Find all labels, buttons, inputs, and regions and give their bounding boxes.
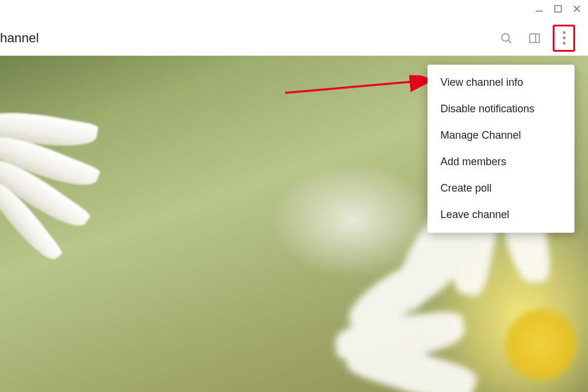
header-actions — [496, 25, 575, 52]
menu-item-leave-channel[interactable]: Leave channel — [427, 202, 574, 228]
menu-item-add-members[interactable]: Add members — [427, 149, 574, 175]
channel-title: hannel — [0, 31, 39, 46]
svg-rect-1 — [555, 6, 562, 12]
svg-point-4 — [502, 33, 509, 41]
menu-item-manage-channel[interactable]: Manage Channel — [427, 122, 574, 149]
close-icon[interactable] — [573, 5, 581, 15]
svg-line-5 — [508, 40, 511, 43]
more-vertical-icon — [563, 31, 566, 34]
decorative-flower-left — [0, 97, 121, 250]
channel-header: hannel — [0, 0, 588, 56]
channel-options-menu: View channel info Disable notifications … — [427, 65, 574, 233]
more-options-highlight — [553, 25, 575, 52]
window-controls — [535, 5, 581, 15]
panel-icon — [528, 32, 541, 45]
menu-item-disable-notifications[interactable]: Disable notifications — [427, 96, 574, 122]
search-icon — [500, 32, 513, 45]
svg-rect-6 — [530, 33, 540, 42]
sidebar-toggle-button[interactable] — [524, 28, 544, 48]
maximize-icon[interactable] — [554, 5, 562, 15]
search-button[interactable] — [496, 28, 516, 48]
minimize-icon[interactable] — [535, 5, 543, 15]
menu-item-create-poll[interactable]: Create poll — [427, 175, 574, 202]
more-options-button[interactable] — [563, 31, 566, 45]
menu-item-view-channel-info[interactable]: View channel info — [427, 69, 574, 96]
